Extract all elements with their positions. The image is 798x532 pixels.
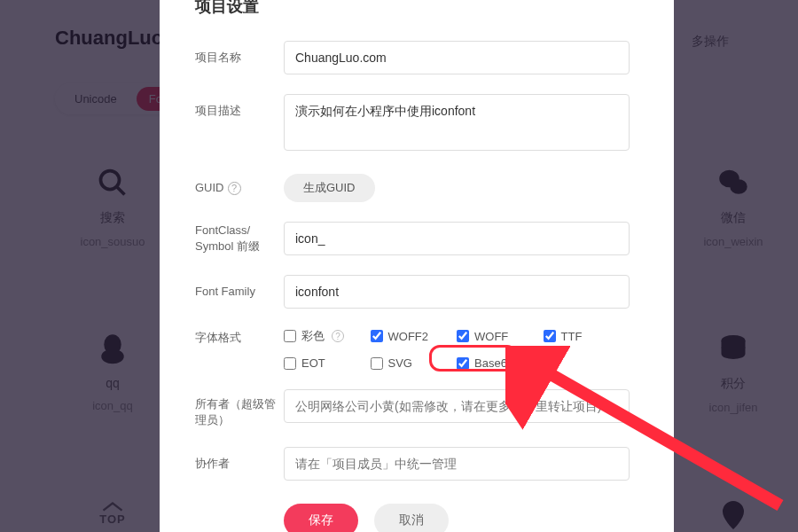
collaborator-input[interactable] — [284, 447, 630, 481]
label-font-family: Font Family — [195, 284, 284, 300]
checkbox-ttf[interactable]: TTF — [544, 330, 630, 343]
project-name-input[interactable] — [284, 41, 630, 74]
checkbox-color[interactable]: 彩色? — [284, 328, 371, 344]
owner-input[interactable] — [284, 389, 630, 423]
modal-title: 项目设置 — [160, 0, 674, 27]
font-family-input[interactable] — [284, 275, 630, 309]
label-owner: 所有者（超级管理员） — [195, 389, 284, 427]
checkbox-woff2[interactable]: WOFF2 — [371, 330, 458, 343]
help-icon[interactable]: ? — [520, 357, 533, 370]
font-format-group: 彩色? WOFF2 WOFF TTF EOT SVG Base64? — [284, 328, 630, 370]
label-collab: 协作者 — [195, 456, 284, 472]
cancel-button[interactable]: 取消 — [374, 504, 449, 532]
project-desc-input[interactable] — [284, 94, 630, 151]
checkbox-base64[interactable]: Base64? — [457, 356, 544, 370]
checkbox-woff[interactable]: WOFF — [457, 330, 544, 343]
help-icon[interactable]: ? — [228, 182, 241, 195]
label-prefix: FontClass/ Symbol 前缀 — [195, 223, 284, 254]
label-project-name: 项目名称 — [195, 50, 284, 66]
checkbox-eot[interactable]: EOT — [284, 356, 371, 370]
label-project-desc: 项目描述 — [195, 94, 284, 119]
save-button[interactable]: 保存 — [284, 504, 358, 532]
checkbox-svg[interactable]: SVG — [371, 356, 458, 370]
prefix-input[interactable] — [284, 222, 630, 255]
label-font-format: 字体格式 — [195, 328, 284, 346]
help-icon[interactable]: ? — [332, 330, 344, 342]
project-settings-modal: 项目设置 项目名称 项目描述 GUID? 生成GUID FontClass/ S… — [160, 0, 674, 532]
generate-guid-button[interactable]: 生成GUID — [284, 174, 375, 202]
label-guid: GUID? — [195, 180, 284, 196]
